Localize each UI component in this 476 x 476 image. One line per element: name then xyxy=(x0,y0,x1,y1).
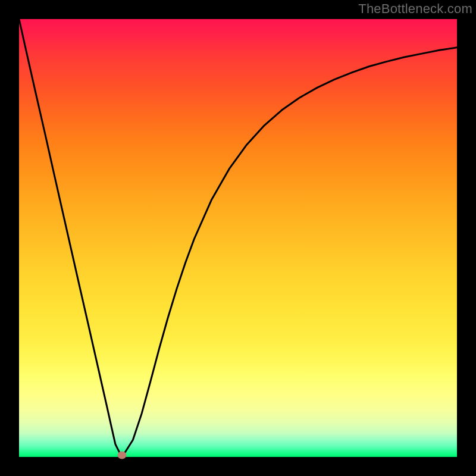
watermark-text: TheBottleneck.com xyxy=(358,1,472,17)
gradient-plot-area xyxy=(19,19,457,457)
bottleneck-curve xyxy=(19,19,457,457)
chart-frame: TheBottleneck.com xyxy=(0,0,476,476)
optimal-point-dot xyxy=(117,452,126,459)
